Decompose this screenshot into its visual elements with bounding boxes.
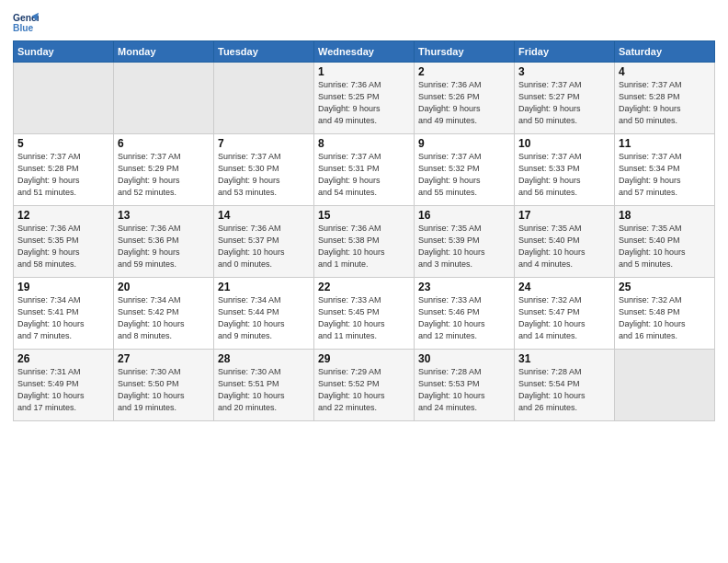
calendar-cell: 12Sunrise: 7:36 AM Sunset: 5:35 PM Dayli… — [14, 206, 114, 278]
day-info: Sunrise: 7:35 AM Sunset: 5:40 PM Dayligh… — [619, 223, 711, 270]
weekday-header: Thursday — [415, 41, 515, 63]
day-info: Sunrise: 7:37 AM Sunset: 5:32 PM Dayligh… — [418, 151, 510, 199]
day-info: Sunrise: 7:37 AM Sunset: 5:27 PM Dayligh… — [518, 79, 610, 127]
day-number: 27 — [118, 352, 210, 365]
day-number: 16 — [418, 209, 510, 222]
weekday-header: Sunday — [14, 41, 114, 63]
day-number: 15 — [318, 209, 410, 222]
day-info: Sunrise: 7:35 AM Sunset: 5:40 PM Dayligh… — [518, 223, 610, 270]
day-info: Sunrise: 7:32 AM Sunset: 5:48 PM Dayligh… — [619, 294, 711, 342]
calendar-cell: 10Sunrise: 7:37 AM Sunset: 5:33 PM Dayli… — [515, 134, 615, 206]
header-row: SundayMondayTuesdayWednesdayThursdayFrid… — [14, 41, 715, 63]
calendar-week-row: 26Sunrise: 7:31 AM Sunset: 5:49 PM Dayli… — [14, 350, 715, 421]
calendar-cell — [114, 63, 214, 134]
day-number: 13 — [118, 209, 210, 222]
day-number: 2 — [418, 65, 510, 78]
day-number: 7 — [218, 137, 310, 150]
calendar-cell: 27Sunrise: 7:30 AM Sunset: 5:50 PM Dayli… — [114, 350, 214, 421]
calendar-cell — [214, 63, 314, 134]
calendar-week-row: 1Sunrise: 7:36 AM Sunset: 5:25 PM Daylig… — [14, 63, 715, 134]
day-number: 17 — [518, 209, 610, 222]
logo: General Blue — [13, 9, 39, 35]
day-info: Sunrise: 7:37 AM Sunset: 5:28 PM Dayligh… — [619, 79, 711, 127]
day-number: 20 — [118, 281, 210, 293]
day-number: 26 — [17, 352, 109, 365]
calendar-cell: 15Sunrise: 7:36 AM Sunset: 5:38 PM Dayli… — [314, 206, 415, 278]
day-info: Sunrise: 7:34 AM Sunset: 5:41 PM Dayligh… — [17, 294, 109, 342]
calendar-cell: 22Sunrise: 7:33 AM Sunset: 5:45 PM Dayli… — [314, 278, 415, 350]
day-info: Sunrise: 7:37 AM Sunset: 5:33 PM Dayligh… — [518, 151, 610, 199]
weekday-header: Tuesday — [214, 41, 314, 63]
calendar-cell: 5Sunrise: 7:37 AM Sunset: 5:28 PM Daylig… — [14, 134, 114, 206]
day-info: Sunrise: 7:37 AM Sunset: 5:30 PM Dayligh… — [218, 151, 310, 199]
calendar-cell: 17Sunrise: 7:35 AM Sunset: 5:40 PM Dayli… — [515, 206, 615, 278]
calendar-cell: 11Sunrise: 7:37 AM Sunset: 5:34 PM Dayli… — [615, 134, 715, 206]
day-info: Sunrise: 7:30 AM Sunset: 5:51 PM Dayligh… — [218, 366, 310, 414]
calendar-table: SundayMondayTuesdayWednesdayThursdayFrid… — [13, 40, 715, 421]
day-info: Sunrise: 7:36 AM Sunset: 5:35 PM Dayligh… — [17, 223, 109, 270]
calendar-cell: 29Sunrise: 7:29 AM Sunset: 5:52 PM Dayli… — [314, 350, 415, 421]
calendar-cell — [615, 350, 715, 421]
day-info: Sunrise: 7:35 AM Sunset: 5:39 PM Dayligh… — [418, 223, 510, 270]
calendar-cell: 28Sunrise: 7:30 AM Sunset: 5:51 PM Dayli… — [214, 350, 314, 421]
calendar-cell: 18Sunrise: 7:35 AM Sunset: 5:40 PM Dayli… — [615, 206, 715, 278]
day-info: Sunrise: 7:33 AM Sunset: 5:45 PM Dayligh… — [318, 294, 410, 342]
day-info: Sunrise: 7:36 AM Sunset: 5:37 PM Dayligh… — [218, 223, 310, 270]
day-info: Sunrise: 7:37 AM Sunset: 5:29 PM Dayligh… — [118, 151, 210, 199]
day-info: Sunrise: 7:34 AM Sunset: 5:42 PM Dayligh… — [118, 294, 210, 342]
calendar-cell: 8Sunrise: 7:37 AM Sunset: 5:31 PM Daylig… — [314, 134, 415, 206]
calendar-cell: 24Sunrise: 7:32 AM Sunset: 5:47 PM Dayli… — [515, 278, 615, 350]
calendar-week-row: 19Sunrise: 7:34 AM Sunset: 5:41 PM Dayli… — [14, 278, 715, 350]
day-number: 14 — [218, 209, 310, 222]
calendar-cell: 19Sunrise: 7:34 AM Sunset: 5:41 PM Dayli… — [14, 278, 114, 350]
calendar-cell: 1Sunrise: 7:36 AM Sunset: 5:25 PM Daylig… — [314, 63, 415, 134]
calendar-cell: 2Sunrise: 7:36 AM Sunset: 5:26 PM Daylig… — [415, 63, 515, 134]
calendar-week-row: 5Sunrise: 7:37 AM Sunset: 5:28 PM Daylig… — [14, 134, 715, 206]
calendar-cell: 30Sunrise: 7:28 AM Sunset: 5:53 PM Dayli… — [415, 350, 515, 421]
day-number: 24 — [518, 281, 610, 293]
weekday-header: Saturday — [615, 41, 715, 63]
header: General Blue — [13, 9, 715, 35]
calendar-cell: 6Sunrise: 7:37 AM Sunset: 5:29 PM Daylig… — [114, 134, 214, 206]
calendar-cell: 21Sunrise: 7:34 AM Sunset: 5:44 PM Dayli… — [214, 278, 314, 350]
day-info: Sunrise: 7:30 AM Sunset: 5:50 PM Dayligh… — [118, 366, 210, 414]
page: General Blue SundayMondayTuesdayWednesda… — [0, 0, 728, 563]
day-number: 4 — [619, 65, 711, 78]
day-info: Sunrise: 7:29 AM Sunset: 5:52 PM Dayligh… — [318, 366, 410, 414]
day-number: 25 — [619, 281, 711, 293]
weekday-header: Friday — [515, 41, 615, 63]
weekday-header: Monday — [114, 41, 214, 63]
day-info: Sunrise: 7:28 AM Sunset: 5:54 PM Dayligh… — [518, 366, 610, 414]
calendar-cell: 16Sunrise: 7:35 AM Sunset: 5:39 PM Dayli… — [415, 206, 515, 278]
calendar-cell: 3Sunrise: 7:37 AM Sunset: 5:27 PM Daylig… — [515, 63, 615, 134]
logo-icon: General Blue — [13, 9, 39, 35]
day-info: Sunrise: 7:36 AM Sunset: 5:26 PM Dayligh… — [418, 79, 510, 127]
day-number: 11 — [619, 137, 711, 150]
calendar-cell: 4Sunrise: 7:37 AM Sunset: 5:28 PM Daylig… — [615, 63, 715, 134]
calendar-week-row: 12Sunrise: 7:36 AM Sunset: 5:35 PM Dayli… — [14, 206, 715, 278]
day-number: 29 — [318, 352, 410, 365]
day-number: 31 — [518, 352, 610, 365]
day-number: 30 — [418, 352, 510, 365]
day-number: 21 — [218, 281, 310, 293]
day-info: Sunrise: 7:31 AM Sunset: 5:49 PM Dayligh… — [17, 366, 109, 414]
day-number: 19 — [17, 281, 109, 293]
day-info: Sunrise: 7:37 AM Sunset: 5:34 PM Dayligh… — [619, 151, 711, 199]
svg-text:Blue: Blue — [13, 23, 34, 33]
day-number: 9 — [418, 137, 510, 150]
day-number: 8 — [318, 137, 410, 150]
calendar-cell: 23Sunrise: 7:33 AM Sunset: 5:46 PM Dayli… — [415, 278, 515, 350]
day-info: Sunrise: 7:36 AM Sunset: 5:38 PM Dayligh… — [318, 223, 410, 270]
calendar-cell: 20Sunrise: 7:34 AM Sunset: 5:42 PM Dayli… — [114, 278, 214, 350]
day-info: Sunrise: 7:33 AM Sunset: 5:46 PM Dayligh… — [418, 294, 510, 342]
day-number: 28 — [218, 352, 310, 365]
day-number: 3 — [518, 65, 610, 78]
calendar-cell: 25Sunrise: 7:32 AM Sunset: 5:48 PM Dayli… — [615, 278, 715, 350]
day-info: Sunrise: 7:36 AM Sunset: 5:25 PM Dayligh… — [318, 79, 410, 127]
day-number: 23 — [418, 281, 510, 293]
day-number: 5 — [17, 137, 109, 150]
calendar-cell: 26Sunrise: 7:31 AM Sunset: 5:49 PM Dayli… — [14, 350, 114, 421]
day-info: Sunrise: 7:32 AM Sunset: 5:47 PM Dayligh… — [518, 294, 610, 342]
day-number: 6 — [118, 137, 210, 150]
calendar-cell: 9Sunrise: 7:37 AM Sunset: 5:32 PM Daylig… — [415, 134, 515, 206]
